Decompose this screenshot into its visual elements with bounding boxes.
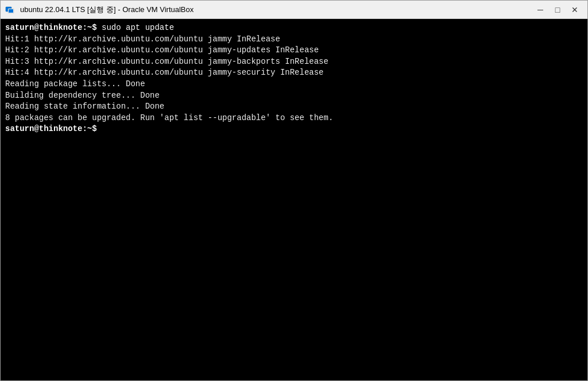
titlebar: ubuntu 22.04.1 LTS [실행 중] - Oracle VM Vi… [1,1,587,19]
prompt-9: saturn@thinknote:~$ [5,124,102,133]
terminal-line-6: Building dependency tree... Done [5,90,583,102]
app-icon [5,5,16,15]
terminal-line-7: Reading state information... Done [5,101,583,113]
maximize-button[interactable]: □ [550,3,566,17]
terminal-line-0: saturn@thinknote:~$ sudo apt update [5,22,583,34]
terminal-line-1: Hit:1 http://kr.archive.ubuntu.com/ubunt… [5,34,583,45]
virtualbox-window: ubuntu 22.04.1 LTS [실행 중] - Oracle VM Vi… [0,0,588,381]
terminal-line-2: Hit:2 http://kr.archive.ubuntu.com/ubunt… [5,45,583,56]
window-controls: ─ □ ✕ [532,3,583,17]
terminal-line-8: 8 packages can be upgraded. Run 'apt lis… [5,113,583,124]
terminal-line-4: Hit:4 http://kr.archive.ubuntu.com/ubunt… [5,67,583,79]
terminal-line-9: saturn@thinknote:~$ [5,124,583,135]
prompt-0: saturn@thinknote:~$ [5,23,102,32]
terminal-area[interactable]: saturn@thinknote:~$ sudo apt update Hit:… [1,19,587,380]
terminal-line-5: Reading package lists... Done [5,79,583,90]
terminal-line-3: Hit:3 http://kr.archive.ubuntu.com/ubunt… [5,56,583,68]
minimize-button[interactable]: ─ [532,3,548,17]
svg-rect-2 [9,9,13,13]
close-button[interactable]: ✕ [567,3,583,17]
window-title: ubuntu 22.04.1 LTS [실행 중] - Oracle VM Vi… [20,5,532,15]
cmd-0: sudo apt update [102,23,174,32]
